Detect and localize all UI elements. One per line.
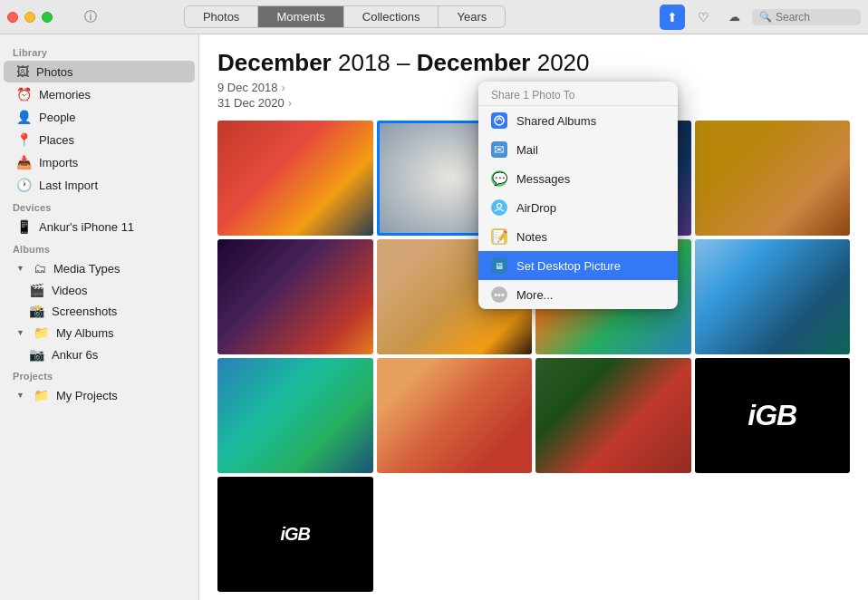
sidebar-label-imports: Imports — [39, 156, 78, 169]
sidebar-item-memories[interactable]: ⏰ Memories — [4, 83, 195, 105]
info-button[interactable]: ⓘ — [78, 5, 103, 30]
messages-icon: 💬 — [491, 170, 507, 187]
library-section-title: Library — [0, 42, 198, 60]
sidebar-label-people: People — [39, 111, 75, 124]
favorite-button[interactable]: ♡ — [690, 5, 716, 30]
photo-bg-1 — [217, 121, 373, 236]
sidebar-label-last-import: Last Import — [39, 179, 98, 192]
dropdown-item-messages[interactable]: 💬 Messages — [478, 164, 678, 193]
date-end-bold: December — [417, 49, 531, 76]
photo-cell-4[interactable] — [695, 121, 851, 236]
sidebar-label-memories: Memories — [39, 88, 91, 102]
airdrop-label: AirDrop — [516, 201, 556, 215]
sidebar-label-my-albums: My Albums — [56, 326, 114, 340]
photo-cell-1[interactable] — [217, 121, 373, 236]
photos-icon: 🖼 — [16, 64, 29, 79]
date2-text: 31 Dec 2020 — [217, 96, 285, 110]
sidebar-item-last-import[interactable]: 🕐 Last Import — [4, 174, 195, 196]
icloud-button[interactable]: ☁ — [721, 5, 747, 30]
date2-arrow: › — [288, 96, 292, 110]
sidebar-item-people[interactable]: 👤 People — [4, 106, 195, 128]
sidebar-item-photos[interactable]: 🖼 Photos — [4, 61, 195, 82]
videos-icon: 🎬 — [29, 283, 44, 297]
mail-icon: ✉ — [491, 141, 507, 158]
sidebar-label-videos: Videos — [52, 284, 88, 297]
tab-photos[interactable]: Photos — [185, 6, 258, 27]
messages-label: Messages — [516, 172, 570, 186]
igb-logo-1: iGB — [747, 399, 796, 432]
sidebar-group-my-albums[interactable]: ▼ 📁 My Albums — [4, 322, 195, 344]
share-button[interactable]: ⬆ — [660, 5, 685, 30]
sidebar-label-media-types: Media Types — [53, 262, 120, 276]
photo-cell-13[interactable]: iGB — [217, 477, 373, 592]
date-start-bold: December — [217, 49, 332, 76]
dropdown-item-shared-albums[interactable]: Shared Albums — [478, 106, 678, 135]
photo-cell-12[interactable]: iGB — [695, 358, 851, 473]
notes-icon: 📝 — [491, 228, 507, 245]
sidebar-group-my-projects[interactable]: ▼ 📁 My Projects — [4, 384, 195, 406]
photo-bg-11 — [535, 358, 691, 473]
shared-albums-label: Shared Albums — [516, 114, 596, 128]
my-albums-icon: 📁 — [34, 325, 49, 340]
dropdown-item-airdrop[interactable]: AirDrop — [478, 193, 678, 222]
date-end-light: 2020 — [530, 49, 589, 76]
set-desktop-label: Set Desktop Picture — [516, 259, 621, 273]
photo-cell-8[interactable] — [695, 239, 851, 354]
people-icon: 👤 — [16, 110, 32, 124]
albums-section-title: Albums — [0, 238, 198, 256]
search-box: 🔍 — [752, 9, 861, 25]
sidebar-item-iphone[interactable]: 📱 Ankur's iPhone 11 — [4, 216, 195, 237]
my-projects-icon: 📁 — [34, 388, 49, 402]
sidebar-group-media-types[interactable]: ▼ 🗂 Media Types — [4, 257, 195, 279]
dropdown-item-notes[interactable]: 📝 Notes — [478, 222, 678, 251]
photo-cell-5[interactable] — [217, 239, 373, 354]
share-dropdown: Share 1 Photo To Shared Albums ✉ Mail 💬 … — [478, 82, 678, 309]
last-import-icon: 🕐 — [16, 178, 32, 192]
nav-tabs: Photos Moments Collections Years — [184, 5, 506, 28]
dropdown-item-more[interactable]: ••• More... — [478, 280, 678, 309]
sidebar-item-screenshots[interactable]: 📸 Screenshots — [4, 301, 195, 321]
date-range-middle: 2018 – — [332, 49, 417, 76]
shared-albums-icon — [491, 112, 507, 129]
tab-years[interactable]: Years — [439, 6, 505, 27]
sidebar-label-photos: Photos — [36, 65, 72, 79]
iphone-icon: 📱 — [16, 219, 32, 234]
photo-bg-10 — [377, 358, 533, 473]
ankur6s-icon: 📷 — [29, 347, 44, 362]
content-area: December 2018 – December 2020 9 Dec 2018… — [199, 34, 868, 600]
photo-cell-11[interactable] — [535, 358, 691, 473]
sidebar-item-videos[interactable]: 🎬 Videos — [4, 280, 195, 300]
date-range-heading: December 2018 – December 2020 — [217, 49, 850, 77]
sidebar-item-imports[interactable]: 📥 Imports — [4, 151, 195, 173]
photo-bg-9 — [217, 358, 373, 473]
close-button[interactable] — [7, 12, 18, 23]
tab-collections[interactable]: Collections — [344, 6, 439, 27]
sidebar-label-places: Places — [39, 133, 74, 147]
devices-section-title: Devices — [0, 197, 198, 215]
dropdown-item-mail[interactable]: ✉ Mail — [478, 135, 678, 164]
maximize-button[interactable] — [42, 12, 53, 23]
airdrop-icon — [491, 199, 507, 216]
titlebar: ⓘ Photos Moments Collections Years ⬆ ♡ ☁… — [0, 0, 868, 34]
set-desktop-icon: 🖥 — [491, 257, 507, 274]
photo-bg-5 — [217, 239, 373, 354]
photo-cell-10[interactable] — [377, 358, 533, 473]
sidebar-label-screenshots: Screenshots — [52, 305, 117, 318]
search-input[interactable] — [776, 11, 857, 24]
dropdown-item-set-desktop[interactable]: 🖥 Set Desktop Picture — [478, 251, 678, 280]
media-types-triangle: ▼ — [16, 264, 24, 273]
sidebar-item-places[interactable]: 📍 Places — [4, 129, 195, 150]
media-types-icon: 🗂 — [34, 261, 46, 276]
sidebar-item-ankur6s[interactable]: 📷 Ankur 6s — [4, 344, 195, 364]
minimize-button[interactable] — [24, 12, 35, 23]
search-icon: 🔍 — [759, 11, 772, 23]
sidebar-label-my-projects: My Projects — [56, 389, 118, 402]
imports-icon: 📥 — [16, 155, 32, 169]
sidebar-label-iphone: Ankur's iPhone 11 — [39, 220, 134, 234]
dropdown-header: Share 1 Photo To — [478, 82, 678, 106]
projects-section-title: Projects — [0, 365, 198, 383]
my-albums-triangle: ▼ — [16, 328, 24, 337]
window-controls — [7, 12, 53, 23]
photo-cell-9[interactable] — [217, 358, 373, 473]
tab-moments[interactable]: Moments — [258, 6, 343, 27]
